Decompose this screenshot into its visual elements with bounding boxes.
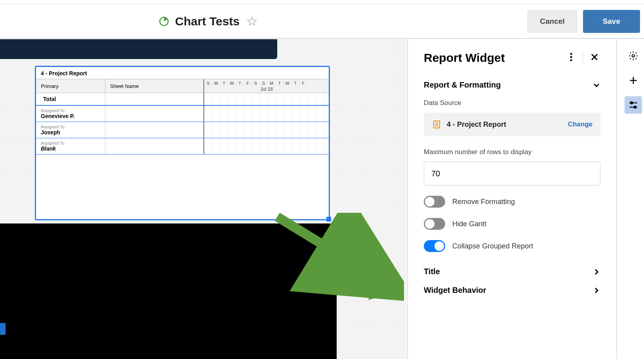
row-name: Genevieve P. bbox=[41, 113, 100, 119]
panel-title: Report Widget bbox=[424, 51, 565, 65]
max-rows-input[interactable] bbox=[424, 162, 600, 185]
svg-point-8 bbox=[630, 102, 632, 104]
toggle-remove-formatting[interactable] bbox=[424, 196, 445, 208]
side-tab[interactable] bbox=[0, 323, 6, 335]
widget-preview-title: 4 - Project Report bbox=[36, 67, 329, 79]
chevron-right-icon bbox=[593, 268, 600, 276]
save-button[interactable]: Save bbox=[583, 10, 640, 33]
chevron-down-icon bbox=[593, 81, 600, 89]
svg-point-7 bbox=[632, 55, 634, 57]
assigned-to-label: Assigned To bbox=[41, 141, 100, 145]
section-report-formatting[interactable]: Report & Formatting bbox=[424, 80, 600, 90]
properties-rail-button[interactable] bbox=[625, 96, 642, 114]
pie-chart-icon bbox=[158, 16, 170, 27]
gantt-month-label: Jul 18 bbox=[204, 86, 329, 92]
panel-close-button[interactable] bbox=[589, 53, 600, 63]
header-bar: Chart Tests Cancel Save bbox=[0, 4, 644, 39]
report-widget-preview[interactable]: 4 - Project Report Primary Sheet Name Ju… bbox=[35, 66, 330, 220]
section-widget-behavior[interactable]: Widget Behavior bbox=[424, 286, 600, 295]
row-name: Blank bbox=[41, 145, 100, 152]
svg-point-5 bbox=[570, 59, 572, 61]
column-headers: Primary Sheet Name Jul 18 S M T W T F S … bbox=[36, 79, 329, 93]
dashboard-canvas[interactable]: 4 - Project Report Primary Sheet Name Ju… bbox=[0, 39, 406, 359]
toggle-remove-formatting-label: Remove Formatting bbox=[452, 198, 515, 206]
toggle-collapse-grouped[interactable] bbox=[424, 240, 445, 252]
dashboard-dark-widget bbox=[0, 39, 277, 59]
favorite-star-icon[interactable] bbox=[247, 16, 257, 27]
data-source-box: 4 - Project Report Change bbox=[424, 113, 600, 136]
section-title[interactable]: Title bbox=[424, 267, 600, 276]
column-sheet-name[interactable]: Sheet Name bbox=[105, 79, 204, 93]
assigned-to-label: Assigned To bbox=[41, 124, 100, 129]
data-source-label: Data Source bbox=[424, 99, 600, 107]
table-row[interactable]: Assigned To Joseph bbox=[36, 122, 329, 138]
gantt-day-labels: S M T W T F S S M T W T F bbox=[204, 81, 329, 86]
svg-point-4 bbox=[570, 56, 572, 58]
column-primary[interactable]: Primary bbox=[36, 79, 105, 93]
gear-icon bbox=[628, 51, 638, 61]
table-row[interactable]: Assigned To Blank bbox=[36, 138, 329, 155]
chevron-right-icon bbox=[593, 286, 600, 294]
toggle-hide-gantt-label: Hide Gantt bbox=[452, 220, 486, 228]
properties-panel: Report Widget Report & Formatting Data S… bbox=[407, 39, 617, 359]
change-data-source-link[interactable]: Change bbox=[568, 120, 593, 128]
table-row[interactable]: Total bbox=[36, 93, 329, 106]
dashboard-black-widget bbox=[0, 223, 337, 359]
svg-point-9 bbox=[634, 106, 636, 108]
cancel-button[interactable]: Cancel bbox=[527, 10, 577, 33]
plus-icon bbox=[628, 75, 638, 86]
table-row[interactable]: Assigned To Genevieve P. bbox=[36, 106, 329, 122]
add-widget-button[interactable] bbox=[625, 72, 642, 89]
panel-more-button[interactable] bbox=[565, 53, 577, 63]
toggle-hide-gantt[interactable] bbox=[424, 218, 445, 230]
svg-point-3 bbox=[570, 53, 572, 55]
data-source-name: 4 - Project Report bbox=[447, 120, 568, 129]
toggle-collapse-grouped-label: Collapse Grouped Report bbox=[452, 242, 533, 250]
settings-button[interactable] bbox=[625, 47, 642, 65]
sliders-icon bbox=[628, 100, 638, 110]
assigned-to-label: Assigned To bbox=[41, 108, 100, 113]
row-name: Joseph bbox=[41, 129, 100, 136]
report-icon bbox=[432, 120, 441, 129]
right-rail bbox=[622, 41, 644, 114]
max-rows-label: Maximum number of rows to display bbox=[424, 148, 600, 156]
resize-handle[interactable] bbox=[326, 217, 331, 222]
page-title: Chart Tests bbox=[175, 15, 240, 28]
row-total: Total bbox=[36, 93, 105, 105]
